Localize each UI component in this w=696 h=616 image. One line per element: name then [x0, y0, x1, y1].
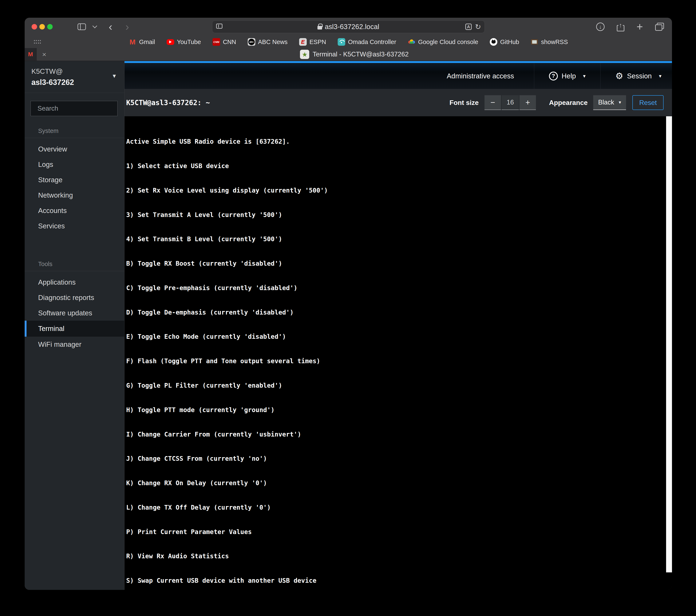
- gmail-icon: M: [28, 51, 33, 58]
- address-bar[interactable]: asl3-637262.local A ↻: [212, 20, 485, 33]
- youtube-icon: [167, 39, 174, 45]
- page-settings-icon[interactable]: [216, 23, 222, 29]
- help-menu[interactable]: ? Help ▾: [534, 72, 600, 80]
- bookmark-showrss[interactable]: showRSS: [531, 38, 568, 46]
- host-name: asl3-637262: [31, 78, 116, 87]
- sidebar-item-terminal[interactable]: Terminal: [25, 321, 124, 337]
- font-size-stepper: − 16 +: [485, 95, 536, 110]
- reset-button[interactable]: Reset: [632, 95, 664, 110]
- cnn-icon: CNN: [212, 38, 220, 46]
- browser-titlebar: ‹ › asl3-637262.local A ↻ ↓ ↑ +: [25, 18, 672, 36]
- tab-close-icon[interactable]: ×: [42, 50, 46, 59]
- lock-icon: [317, 26, 322, 30]
- font-size-label: Font size: [449, 99, 479, 107]
- bookmark-github[interactable]: GitHub: [490, 38, 519, 46]
- terminal-line: K) Change RX On Delay (currently '0'): [126, 479, 672, 487]
- espn-icon: E: [299, 38, 307, 46]
- sidebar-item-storage[interactable]: Storage: [25, 172, 124, 188]
- forward-button[interactable]: ›: [125, 21, 129, 32]
- omada-icon: [338, 38, 345, 46]
- sidebar-nav: System Overview Logs Storage Networking …: [25, 127, 124, 590]
- terminal-title: K5CTW@asl3-637262: ~: [126, 99, 210, 107]
- sidebar-item-applications[interactable]: Applications: [25, 274, 124, 290]
- terminal-line: 2) Set Rx Voice Level using display (cur…: [126, 187, 672, 195]
- admin-access-button[interactable]: Administrative access: [427, 72, 534, 80]
- main-area: K5CTW@ asl3-637262 ▾ System Overview Log…: [25, 61, 672, 590]
- share-icon[interactable]: ↑: [617, 22, 624, 31]
- gmail-icon: M: [129, 38, 136, 46]
- terminal-line: P) Print Current Parameter Values: [126, 528, 672, 536]
- terminal-line: H) Toggle PTT mode (currently 'ground'): [126, 406, 672, 414]
- terminal-line: 3) Set Transmit A Level (currently '500'…: [126, 211, 672, 219]
- bookmark-abc-news[interactable]: abc ABC News: [248, 38, 287, 46]
- chevron-down-icon: ▾: [659, 73, 662, 79]
- reload-icon[interactable]: ↻: [475, 22, 481, 31]
- bookmark-espn[interactable]: E ESPN: [299, 38, 326, 46]
- nav-section-system: System Overview Logs Storage Networking …: [25, 127, 124, 234]
- showrss-icon: [531, 38, 538, 46]
- terminal-toolbar: K5CTW@asl3-637262: ~ Font size − 16 + Ap…: [125, 89, 672, 116]
- terminal-line: F) Flash (Toggle PTT and Tone output sev…: [126, 357, 672, 365]
- sidebar-toggle-icon[interactable]: [78, 23, 86, 30]
- downloads-icon[interactable]: ↓: [596, 22, 605, 31]
- sidebar-search[interactable]: [31, 101, 117, 116]
- masthead: Administrative access ? Help ▾ ⚙ Session…: [125, 63, 672, 89]
- section-label: System: [25, 127, 124, 138]
- close-window-button[interactable]: [32, 24, 37, 30]
- cockpit-sidebar: K5CTW@ asl3-637262 ▾ System Overview Log…: [25, 61, 125, 590]
- chevron-down-icon: ▾: [583, 73, 586, 79]
- host-user: K5CTW@: [31, 67, 116, 75]
- host-caret-icon: ▾: [113, 72, 116, 79]
- help-icon: ?: [549, 72, 558, 80]
- search-input[interactable]: [37, 105, 122, 112]
- traffic-lights: [32, 24, 53, 30]
- pinned-tab-gmail[interactable]: M: [25, 48, 37, 61]
- terminal-line: R) View Rx Audio Statistics: [126, 552, 672, 560]
- toolbar-right: ↓ ↑ +: [596, 21, 664, 32]
- terminal-scrollbar[interactable]: [666, 116, 672, 572]
- sidebar-item-logs[interactable]: Logs: [25, 157, 124, 172]
- bookmark-cnn[interactable]: CNN CNN: [212, 38, 236, 46]
- tab-overview-icon[interactable]: [655, 23, 664, 31]
- bookmark-youtube[interactable]: YouTube: [167, 38, 201, 46]
- sidebar-item-wifi-manager[interactable]: WiFi manager: [25, 337, 124, 352]
- allstarlink-favicon: ★: [300, 50, 309, 59]
- new-tab-icon[interactable]: +: [637, 21, 643, 32]
- terminal-line: S) Swap Current USB device with another …: [126, 576, 672, 585]
- session-menu[interactable]: ⚙ Session ▾: [601, 72, 672, 80]
- tab-title: Terminal - K5CTW@asl3-637262: [313, 50, 409, 58]
- bookmarks-bar: M Gmail YouTube CNN CNN abc ABC News E E…: [25, 36, 672, 48]
- address-text[interactable]: asl3-637262.local: [325, 23, 379, 31]
- abc-news-icon: abc: [248, 38, 255, 46]
- bookmark-google-cloud[interactable]: Google Cloud console: [408, 38, 478, 46]
- terminal-line: J) Change CTCSS From (currently 'no'): [126, 455, 672, 463]
- google-cloud-icon: [408, 38, 415, 46]
- bookmark-gmail[interactable]: M Gmail: [129, 38, 155, 46]
- github-icon: [490, 38, 497, 46]
- terminal-line: C) Toggle Pre-emphasis (currently 'disab…: [126, 284, 672, 292]
- bookmark-omada[interactable]: Omada Controller: [338, 38, 396, 46]
- terminal-screen[interactable]: Active Simple USB Radio device is [63726…: [125, 116, 672, 590]
- font-size-increase-button[interactable]: +: [520, 95, 536, 110]
- sidebar-item-networking[interactable]: Networking: [25, 188, 124, 203]
- tab-bar: M × ★ Terminal - K5CTW@asl3-637262: [25, 48, 672, 61]
- sidebar-item-accounts[interactable]: Accounts: [25, 203, 124, 218]
- favorites-grid-icon[interactable]: [34, 40, 41, 44]
- sidebar-item-diagnostic-reports[interactable]: Diagnostic reports: [25, 290, 124, 305]
- sidebar-item-software-updates[interactable]: Software updates: [25, 305, 124, 321]
- font-size-decrease-button[interactable]: −: [485, 95, 501, 110]
- appearance-select[interactable]: Black ▾: [593, 95, 626, 110]
- sidebar-item-overview[interactable]: Overview: [25, 141, 124, 157]
- accent-bar: [125, 61, 672, 63]
- translate-icon[interactable]: A: [465, 23, 472, 30]
- section-label: Tools: [25, 260, 124, 271]
- back-button[interactable]: ‹: [109, 21, 112, 32]
- active-tab[interactable]: × ★ Terminal - K5CTW@asl3-637262: [37, 48, 672, 61]
- terminal-line: G) Toggle PL Filter (currently 'enabled'…: [126, 381, 672, 390]
- minimize-window-button[interactable]: [39, 24, 45, 30]
- chevron-down-icon[interactable]: [93, 23, 97, 29]
- terminal-line: 4) Set Transmit B Level (currently '500'…: [126, 235, 672, 243]
- host-switcher[interactable]: K5CTW@ asl3-637262 ▾: [25, 61, 124, 93]
- zoom-window-button[interactable]: [47, 24, 53, 30]
- sidebar-item-services[interactable]: Services: [25, 218, 124, 234]
